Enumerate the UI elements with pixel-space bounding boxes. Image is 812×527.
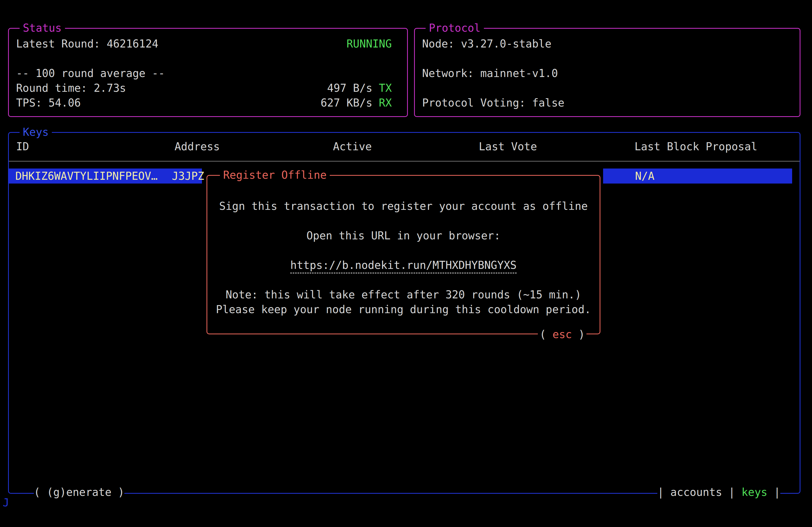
modal-open-url-text: Open this URL in your browser:	[207, 228, 599, 243]
view-tabs: | accounts | keys |	[657, 485, 780, 500]
status-panel-title: Status	[19, 21, 65, 35]
esc-key-label: esc	[553, 328, 572, 341]
column-header-id: ID	[16, 139, 29, 154]
signing-url-link[interactable]: https://b.nodekit.run/MTHXDHYBNGYXS	[290, 259, 517, 273]
terminal-artifact-glyph: J	[3, 495, 9, 510]
tabs-close-bracket: |	[767, 486, 780, 498]
generate-button[interactable]: ( (g)enerate )	[34, 485, 124, 500]
round-time-text: Round time: 2.73s	[16, 81, 126, 95]
column-header-address: Address	[175, 139, 220, 154]
tx-label: TX	[379, 82, 392, 94]
table-row-selected-left[interactable]: DHKIZ6WAVTYLIIPNFPEOV… J3JPZ	[9, 168, 202, 183]
row-last-block-proposal-cell: N/A	[635, 168, 654, 183]
esc-open-paren: (	[539, 328, 552, 341]
network-text: Network: mainnet-v1.0	[422, 66, 558, 81]
register-offline-modal: Register Offline Sign this transaction t…	[206, 175, 600, 334]
column-header-last-block-proposal: Last Block Proposal	[635, 139, 757, 154]
modal-note-text: Note: this will take effect after 320 ro…	[207, 287, 599, 302]
tab-accounts[interactable]: accounts	[670, 486, 722, 498]
header-separator	[9, 161, 800, 162]
latest-round-text: Latest Round: 46216124	[16, 36, 158, 51]
tabs-open-bracket: |	[657, 486, 670, 498]
tx-rate-text: 497 B/s TX	[327, 81, 392, 95]
status-panel: Status Latest Round: 46216124 RUNNING --…	[8, 28, 408, 117]
column-header-last-vote: Last Vote	[479, 139, 537, 154]
tx-rate-value: 497 B/s	[327, 82, 379, 94]
tabs-separator: |	[722, 486, 741, 498]
row-address-cell: J3JPZ	[172, 168, 204, 183]
tab-keys[interactable]: keys	[742, 486, 767, 498]
modal-title: Register Offline	[220, 168, 330, 182]
round-average-header: -- 100 round average --	[16, 66, 165, 81]
table-row-selected-right[interactable]: N/A	[603, 168, 792, 183]
column-header-active: Active	[333, 139, 372, 154]
rx-rate-value: 627 KB/s	[321, 96, 379, 109]
node-version-text: Node: v3.27.0-stable	[422, 36, 552, 51]
keys-panel-title: Keys	[19, 125, 52, 139]
tps-text: TPS: 54.06	[16, 95, 81, 110]
rx-rate-text: 627 KB/s RX	[321, 95, 392, 110]
esc-close-paren: )	[572, 328, 585, 341]
esc-button[interactable]: ( esc )	[538, 327, 586, 342]
protocol-panel: Protocol Node: v3.27.0-stable Network: m…	[414, 28, 800, 117]
node-state-badge: RUNNING	[346, 36, 392, 51]
modal-sign-text: Sign this transaction to register your a…	[207, 199, 599, 214]
row-id-cell: DHKIZ6WAVTYLIIPNFPEOV…	[15, 168, 158, 183]
rx-label: RX	[379, 96, 392, 109]
modal-cooldown-text: Please keep your node running during thi…	[207, 302, 599, 317]
protocol-panel-title: Protocol	[425, 21, 484, 35]
terminal-screen: { "colors": { "magenta": "#c631c6", "blu…	[0, 0, 812, 527]
protocol-voting-text: Protocol Voting: false	[422, 95, 564, 110]
modal-url-line: https://b.nodekit.run/MTHXDHYBNGYXS	[207, 258, 599, 273]
